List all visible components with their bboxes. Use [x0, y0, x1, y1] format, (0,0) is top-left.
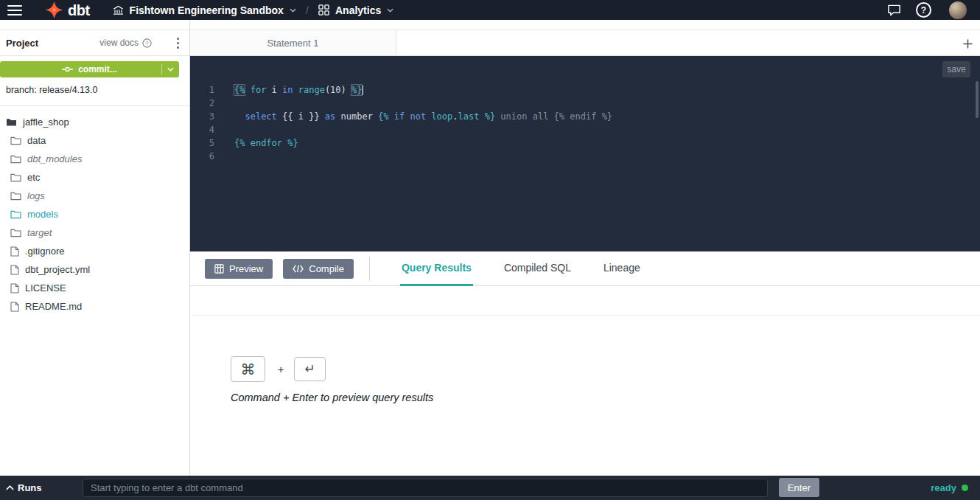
tree-item-label: etc	[27, 172, 40, 183]
tree-item-models[interactable]: models	[0, 205, 189, 223]
code-editor[interactable]: save 1{% for i in range(10) %}23 select …	[190, 56, 980, 251]
tree-item-target[interactable]: target	[0, 223, 189, 242]
chevron-down-icon[interactable]	[161, 64, 174, 74]
code-line[interactable]: 4	[190, 123, 980, 136]
file-tree: jaffle_shopdatadbt_modulesetclogsmodelst…	[0, 113, 189, 316]
main-panel: Statement 1 save 1{% for i in range(10) …	[190, 20, 980, 476]
editor-tabstrip: Statement 1	[190, 29, 980, 56]
file-icon	[10, 265, 19, 275]
folder-icon	[10, 191, 21, 201]
file-icon	[10, 246, 19, 257]
folder-open-icon	[6, 117, 17, 127]
tree-item-dbt-modules[interactable]: dbt_modules	[0, 150, 189, 168]
line-number: 4	[190, 123, 214, 136]
tree-item-etc[interactable]: etc	[0, 168, 189, 187]
tree-item-dbt-project-yml[interactable]: dbt_project.yml	[0, 260, 189, 279]
editor-tab-statement-1[interactable]: Statement 1	[190, 30, 396, 55]
sidebar: Project view docs ? commit... branch: re…	[0, 20, 190, 476]
tree-item-label: target	[27, 227, 52, 238]
toolbar-divider	[369, 257, 370, 281]
view-docs-link[interactable]: view docs ?	[99, 38, 152, 48]
results-divider	[190, 315, 980, 316]
help-icon[interactable]: ?	[916, 2, 931, 18]
code-text: {% endfor %}	[234, 136, 298, 150]
statusbar: Runs Enter ready	[0, 476, 980, 500]
preview-button[interactable]: Preview	[205, 259, 273, 279]
kebab-menu-icon[interactable]	[175, 36, 181, 50]
dbt-logo[interactable]: dbt	[44, 0, 90, 20]
runs-label: Runs	[18, 482, 42, 493]
code-line[interactable]: 5{% endfor %}	[190, 136, 980, 150]
enter-button[interactable]: Enter	[779, 478, 819, 497]
svg-text:?: ?	[145, 40, 149, 46]
file-icon	[10, 283, 19, 294]
status-indicator: ready	[931, 476, 968, 500]
hamburger-menu-icon[interactable]	[7, 5, 22, 15]
preview-button-label: Preview	[229, 263, 263, 274]
project-selector[interactable]: Analytics	[318, 4, 393, 16]
tab-query-results[interactable]: Query Results	[400, 251, 473, 286]
tree-item-label: dbt_modules	[27, 153, 82, 164]
folder-icon	[10, 228, 21, 237]
tab-compiled-sql[interactable]: Compiled SQL	[503, 251, 573, 286]
save-button[interactable]: save	[942, 61, 970, 77]
editor-tab-label: Statement 1	[267, 38, 318, 49]
account-name: Fishtown Engineering Sandbox	[130, 4, 284, 16]
tree-item-license[interactable]: LICENSE	[0, 279, 189, 297]
compile-button[interactable]: Compile	[283, 259, 354, 279]
tree-item-label: jaffle_shop	[23, 117, 69, 128]
topbar: dbt Fishtown Engineering Sandbox / Analy…	[0, 0, 980, 20]
commit-button[interactable]: commit...	[0, 61, 179, 77]
sidebar-title: Project	[6, 38, 38, 49]
code-line[interactable]: 2	[190, 97, 980, 110]
tree-item-label: LICENSE	[25, 282, 66, 294]
tree-item-data[interactable]: data	[0, 131, 189, 150]
commit-button-label: commit...	[78, 64, 117, 74]
hint-text: Command + Enter to preview query results	[231, 392, 433, 403]
results-toolbar: Preview Compile Query Results Compiled S…	[190, 251, 980, 286]
view-docs-label: view docs	[99, 38, 139, 48]
code-line[interactable]: 6	[190, 150, 980, 163]
code-text: {% for i in range(10) %}	[234, 83, 363, 97]
git-commit-icon	[62, 66, 73, 73]
avatar[interactable]	[949, 1, 967, 19]
runs-toggle[interactable]: Runs	[6, 476, 42, 500]
table-icon	[214, 264, 224, 274]
folder-icon	[10, 173, 21, 182]
folder-icon	[10, 209, 21, 219]
tree-item-jaffle-shop[interactable]: jaffle_shop	[0, 113, 189, 131]
line-number: 1	[190, 83, 214, 97]
code-text: select {{ i }} as number {% if not loop.…	[234, 110, 612, 123]
tree-item-label: data	[27, 135, 46, 146]
building-icon	[113, 5, 124, 15]
line-number: 6	[190, 150, 214, 163]
tree-item-logs[interactable]: logs	[0, 187, 189, 205]
chevron-down-icon	[290, 8, 296, 13]
hint-plus: +	[278, 364, 284, 375]
tree-item--gitignore[interactable]: .gitignore	[0, 242, 189, 260]
folder-icon	[10, 136, 21, 145]
tree-item-readme-md[interactable]: README.md	[0, 297, 189, 316]
tree-item-label: .gitignore	[25, 246, 64, 257]
new-tab-button[interactable]	[960, 36, 975, 51]
chevron-up-icon	[6, 485, 14, 490]
chat-icon[interactable]	[887, 4, 901, 16]
line-number: 2	[190, 97, 214, 110]
tree-item-label: logs	[27, 190, 45, 201]
account-selector[interactable]: Fishtown Engineering Sandbox	[113, 4, 296, 16]
status-label: ready	[931, 482, 956, 493]
editor-scrollbar[interactable]	[976, 81, 979, 118]
line-number: 3	[190, 110, 214, 123]
branch-label: branch: release/4.13.0	[6, 85, 97, 95]
line-number: 5	[190, 136, 214, 150]
code-icon	[293, 265, 304, 273]
tab-lineage[interactable]: Lineage	[602, 251, 642, 286]
enter-key-icon: ↵	[294, 357, 326, 381]
code-line[interactable]: 1{% for i in range(10) %}	[190, 83, 980, 97]
breadcrumb-separator: /	[306, 4, 309, 16]
chevron-down-icon	[387, 8, 393, 13]
dbt-command-input[interactable]	[83, 479, 768, 497]
code-line[interactable]: 3 select {{ i }} as number {% if not loo…	[190, 110, 980, 123]
help-circle-icon: ?	[142, 38, 152, 48]
dbt-logo-text: dbt	[68, 3, 90, 18]
